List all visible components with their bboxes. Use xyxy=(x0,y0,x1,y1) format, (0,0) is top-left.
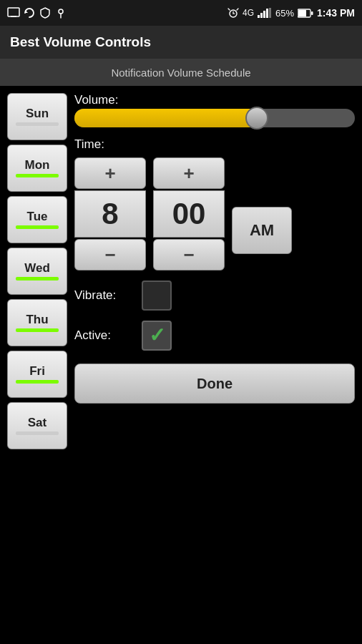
minute-value-display: 00 xyxy=(153,190,225,238)
time-section: Time: + 8 − + xyxy=(74,137,355,270)
sub-header-text: Notification Volume Schedule xyxy=(111,67,250,79)
app-title: Best Volume Controls xyxy=(10,34,151,50)
day-label-sat: Sat xyxy=(28,416,47,429)
day-indicator-sat xyxy=(16,431,59,435)
main-content: Sun Mon Tue Wed Thu Fri Sat xyxy=(0,86,362,457)
status-bar: 4G 65% 1:43 PM xyxy=(0,0,362,26)
svg-rect-9 xyxy=(263,11,265,18)
controls-column: Volume: Time: + 8 − xyxy=(74,93,355,449)
hour-increment-button[interactable]: + xyxy=(74,157,146,189)
day-label-wed: Wed xyxy=(24,262,50,274)
day-button-mon[interactable]: Mon xyxy=(7,145,67,192)
status-icons-left xyxy=(7,6,67,19)
alarm-icon xyxy=(228,7,239,19)
day-indicator-wed xyxy=(16,277,59,280)
shield-icon xyxy=(39,6,52,19)
day-button-wed[interactable]: Wed xyxy=(7,248,67,295)
volume-label: Volume: xyxy=(74,93,355,107)
status-info-right: 4G 65% 1:43 PM xyxy=(228,7,355,19)
signal-label: 4G xyxy=(243,8,254,18)
svg-rect-7 xyxy=(258,15,260,18)
sub-header: Notification Volume Schedule xyxy=(0,59,362,86)
active-row: Active: ✓ xyxy=(74,321,355,351)
volume-slider-track[interactable] xyxy=(74,109,355,127)
time-controls: + 8 − + 00 xyxy=(74,157,355,270)
minute-spinner: + 00 − xyxy=(153,157,225,270)
vibrate-checkbox[interactable] xyxy=(142,280,172,311)
volume-slider-fill xyxy=(74,109,257,127)
svg-point-3 xyxy=(59,9,63,14)
day-indicator-mon xyxy=(16,174,59,177)
done-button[interactable]: Done xyxy=(74,364,355,404)
svg-rect-13 xyxy=(298,10,306,16)
checkmark-icon: ✓ xyxy=(149,326,165,346)
day-indicator-thu xyxy=(16,328,59,332)
volume-slider-thumb[interactable] xyxy=(245,107,268,130)
vibrate-row: Vibrate: xyxy=(74,280,355,311)
svg-rect-11 xyxy=(269,8,271,18)
day-indicator-fri xyxy=(16,380,59,384)
time-label: Time: xyxy=(74,137,355,152)
day-label-thu: Thu xyxy=(26,313,48,326)
svg-rect-0 xyxy=(8,8,19,16)
battery-percent: 65% xyxy=(275,8,294,19)
day-indicator-sun xyxy=(16,122,59,126)
day-column: Sun Mon Tue Wed Thu Fri Sat xyxy=(7,93,67,449)
day-button-thu[interactable]: Thu xyxy=(7,299,67,346)
svg-rect-14 xyxy=(311,11,313,15)
day-label-sun: Sun xyxy=(26,107,49,119)
location-icon xyxy=(54,6,67,19)
day-button-sun[interactable]: Sun xyxy=(7,93,67,140)
day-label-mon: Mon xyxy=(25,159,50,171)
title-bar: Best Volume Controls xyxy=(0,26,362,59)
clock-time: 1:43 PM xyxy=(317,7,355,19)
svg-rect-8 xyxy=(260,13,263,18)
active-label: Active: xyxy=(74,328,132,343)
day-label-tue: Tue xyxy=(27,210,48,223)
day-indicator-tue xyxy=(16,225,59,229)
volume-section: Volume: xyxy=(74,93,355,127)
day-button-tue[interactable]: Tue xyxy=(7,196,67,243)
refresh-icon xyxy=(23,6,36,19)
vibrate-label: Vibrate: xyxy=(74,288,132,303)
battery-icon xyxy=(298,9,313,18)
ampm-button[interactable]: AM xyxy=(232,207,292,254)
screen-icon xyxy=(7,6,20,19)
hour-value-display: 8 xyxy=(74,190,146,238)
hour-decrement-button[interactable]: − xyxy=(74,239,146,270)
active-checkbox[interactable]: ✓ xyxy=(142,321,172,351)
day-label-fri: Fri xyxy=(29,365,45,377)
day-button-fri[interactable]: Fri xyxy=(7,351,67,398)
minute-decrement-button[interactable]: − xyxy=(153,239,225,270)
signal-bars-icon xyxy=(258,8,272,18)
hour-spinner: + 8 − xyxy=(74,157,146,270)
day-button-sat[interactable]: Sat xyxy=(7,402,67,449)
svg-rect-10 xyxy=(266,9,268,18)
minute-increment-button[interactable]: + xyxy=(153,157,225,189)
